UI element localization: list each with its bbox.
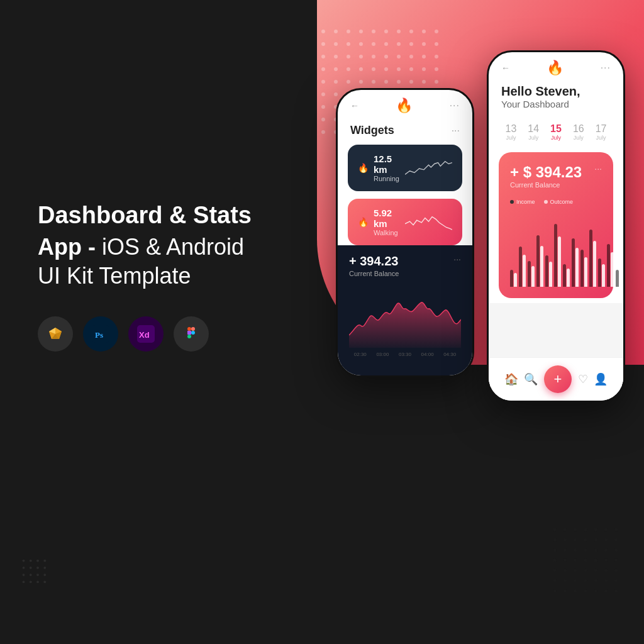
svg-point-4: [372, 30, 375, 33]
xd-icon: Xd: [128, 316, 164, 352]
svg-point-16: [397, 42, 401, 46]
svg-point-119: [564, 569, 567, 572]
svg-point-131: [614, 579, 618, 582]
bar-group-13: [625, 233, 625, 287]
widgets-menu[interactable]: ···: [452, 125, 460, 136]
nav-profile-icon[interactable]: 👤: [594, 372, 608, 386]
bar-group-8: [580, 250, 587, 287]
svg-point-18: [422, 42, 426, 46]
phone2-back-arrow[interactable]: ←: [501, 63, 510, 73]
legend-income: Income: [510, 199, 535, 205]
svg-point-19: [435, 42, 438, 46]
svg-point-126: [564, 579, 567, 582]
phone1-back-arrow[interactable]: ←: [350, 101, 359, 111]
svg-point-116: [604, 558, 608, 562]
bar-dark-4: [545, 255, 548, 287]
phone2-menu[interactable]: ···: [601, 62, 611, 74]
svg-point-98: [564, 538, 567, 541]
nav-home-icon[interactable]: 🏠: [504, 372, 518, 386]
date-item-13[interactable]: 13 July: [506, 123, 517, 141]
bar-dark-7: [572, 238, 575, 287]
nav-add-button[interactable]: +: [544, 365, 572, 393]
balance-header: + 394.23 Current Balance ···: [349, 254, 461, 277]
phone1-menu[interactable]: ···: [450, 100, 460, 111]
date-num-13: 13: [506, 123, 517, 135]
svg-point-104: [553, 548, 557, 552]
bar-dark-2: [528, 261, 531, 287]
time-label-1: 02:30: [354, 352, 367, 357]
svg-point-143: [23, 567, 25, 569]
bar-group-11: [607, 244, 614, 287]
svg-text:Xd: Xd: [139, 330, 150, 340]
running-card-left: 🔥 12.5 km Running: [358, 153, 405, 182]
phone2-greeting: Hello Steven, Your Dashboard: [489, 81, 623, 117]
phone2-app-icon: 🔥: [547, 60, 564, 76]
svg-point-11: [334, 42, 338, 46]
bar-group-3: [536, 235, 543, 287]
dot-grid-bottom: [550, 525, 631, 606]
date-item-17[interactable]: 17 July: [596, 123, 607, 141]
balance-card-red: + $ 394.23 Current Balance ··· Income Ou…: [499, 152, 613, 298]
widgets-title: Widgets: [350, 124, 394, 137]
svg-point-106: [574, 548, 577, 552]
svg-point-120: [574, 569, 577, 572]
svg-point-145: [36, 567, 39, 569]
svg-point-99: [574, 538, 577, 541]
svg-point-130: [604, 579, 608, 582]
bar-dark-0: [510, 270, 513, 287]
svg-point-140: [30, 560, 32, 562]
date-day-17: July: [596, 135, 607, 141]
sketch-icon: [38, 316, 73, 352]
date-num-17: 17: [596, 123, 607, 135]
svg-point-121: [584, 569, 587, 572]
svg-point-117: [614, 558, 618, 562]
bar-light-9: [593, 241, 596, 287]
time-label-4: 04:00: [421, 352, 434, 357]
balance-card-menu[interactable]: ···: [594, 164, 602, 174]
svg-point-134: [574, 589, 577, 592]
bar-group-0: [510, 270, 517, 287]
nav-heart-icon[interactable]: ♡: [578, 372, 588, 386]
walking-icon: 🔥: [358, 217, 369, 227]
svg-point-100: [584, 538, 587, 541]
main-title: Dashboard & Stats: [38, 201, 252, 230]
bar-light-3: [540, 246, 543, 287]
svg-rect-166: [191, 327, 195, 331]
nav-search-icon[interactable]: 🔍: [524, 372, 538, 386]
bar-group-12: [616, 270, 623, 287]
legend-income-dot: [510, 200, 514, 204]
bar-group-4: [545, 255, 552, 287]
greeting-hello: Hello Steven,: [501, 84, 611, 99]
svg-point-122: [594, 569, 597, 572]
svg-point-109: [604, 548, 608, 552]
bar-light-1: [523, 255, 526, 287]
svg-point-133: [564, 589, 567, 592]
svg-point-105: [564, 548, 567, 552]
walking-card: 🔥 5.92 km Walking: [348, 199, 462, 245]
svg-point-114: [584, 558, 587, 562]
bar-light-8: [584, 257, 587, 287]
date-item-15[interactable]: 15 July: [550, 123, 562, 141]
svg-point-138: [614, 589, 618, 592]
svg-point-152: [30, 580, 32, 583]
svg-point-142: [43, 560, 46, 562]
date-item-14[interactable]: 14 July: [528, 123, 539, 141]
time-label-2: 03:00: [376, 352, 389, 357]
svg-point-91: [564, 528, 567, 531]
balance-info: + 394.23 Current Balance: [349, 254, 399, 277]
svg-point-103: [614, 538, 618, 541]
bar-light-5: [558, 236, 561, 287]
running-info: 12.5 km Running: [374, 153, 405, 182]
date-selector: 13 July 14 July 15 July 16 July 17 July: [489, 117, 623, 147]
bar-light-11: [611, 252, 614, 287]
phone-2: ← 🔥 ··· Hello Steven, Your Dashboard 13 …: [487, 50, 625, 402]
svg-point-115: [594, 558, 597, 562]
balance-menu[interactable]: ···: [453, 254, 461, 264]
svg-point-14: [372, 42, 375, 46]
svg-point-124: [614, 569, 618, 572]
bar-group-2: [528, 261, 535, 287]
date-item-16[interactable]: 16 July: [573, 123, 584, 141]
svg-point-150: [43, 574, 46, 576]
bar-dark-13: [625, 233, 625, 287]
left-panel: Dashboard & Stats App - iOS & Android UI…: [38, 201, 252, 352]
